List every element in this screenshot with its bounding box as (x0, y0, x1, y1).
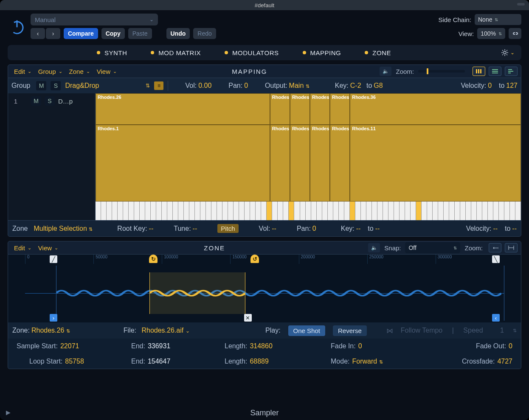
zone[interactable]: Rhodes.30 (290, 93, 310, 125)
reverse-button[interactable]: Reverse (333, 325, 367, 336)
sample-start-handle[interactable]: › (50, 314, 57, 322)
undo-button[interactable]: Undo (166, 28, 190, 39)
zoom-fit-icon[interactable] (505, 243, 518, 252)
speaker-button[interactable]: 🔈 (368, 243, 380, 252)
fade-out-handle[interactable]: ╲ (492, 255, 500, 263)
piano-keyboard[interactable] (96, 202, 521, 220)
paste-button[interactable]: Paste (128, 28, 152, 39)
speaker-button[interactable]: 🔈 (380, 67, 391, 76)
group-row[interactable]: 1 M S D…p (8, 95, 95, 107)
sort-view-icon[interactable] (505, 67, 518, 76)
view-label: View: (459, 30, 474, 37)
edit-menu[interactable]: Edit⌄ (11, 68, 34, 75)
group-vol[interactable]: 0.00 (198, 82, 211, 90)
sample-end[interactable]: 336931 (148, 342, 170, 350)
zone[interactable]: Rhodes.1 (96, 125, 270, 202)
nav-mapping[interactable]: MAPPING (297, 49, 347, 56)
zoom-label: Zoom: (393, 68, 416, 75)
power-button[interactable] (8, 16, 26, 37)
zone[interactable]: Rhodes.5 (290, 125, 310, 202)
group-name[interactable]: Drag&Drop (65, 82, 99, 90)
fade-in-handle[interactable]: ╱ (50, 255, 57, 263)
snap-select[interactable]: Off⇅ (405, 242, 460, 253)
mute-button[interactable]: M (31, 96, 41, 106)
zone-name[interactable]: Rhodes.26 ⇅ (31, 327, 70, 334)
nav-mod-matrix[interactable]: MOD MATRIX (145, 49, 207, 56)
sample-length[interactable]: 314860 (250, 342, 272, 350)
oneshot-button[interactable]: One Shot (288, 325, 325, 336)
fade-in[interactable]: 0 (358, 342, 362, 350)
vel-high[interactable]: 127 (506, 82, 518, 90)
vel-low[interactable]: 0 (488, 82, 492, 90)
zone[interactable]: Rhodes.32 (310, 93, 330, 125)
zoom-slider[interactable] (418, 70, 465, 73)
mapping-header: Edit⌄ Group⌄ Zone⌄ View⌄ MAPPING 🔈 Zoom: (8, 64, 521, 78)
settings-menu[interactable]: ⌄ (501, 49, 518, 56)
nav-zone[interactable]: ZONE (359, 49, 397, 56)
sample-end-handle[interactable]: ‹ (492, 314, 500, 322)
waveform-editor[interactable]: 050000100000150000200000250000300000 ╱ ╲… (8, 255, 521, 322)
loop-end-handle[interactable]: ↺ (250, 255, 259, 263)
sample-start[interactable]: 22071 (60, 342, 79, 350)
zone[interactable]: Rhodes.11 (350, 125, 521, 202)
svg-rect-13 (480, 69, 481, 73)
svg-rect-12 (478, 69, 479, 73)
loop-start-value[interactable]: 85758 (65, 358, 84, 365)
link-icon[interactable] (509, 28, 521, 39)
group-output[interactable]: Main ⇅ (289, 82, 310, 90)
sidechain-select[interactable]: None⇅ (475, 14, 521, 25)
compare-button[interactable]: Compare (64, 28, 98, 39)
zone[interactable]: Rhodes.3 (270, 125, 290, 202)
zone-params-loop: Loop Start: 85758 End: 154647 Length: 68… (8, 354, 521, 369)
zone[interactable]: Rhodes.7 (310, 125, 330, 202)
key-low[interactable]: C-2 (350, 82, 361, 90)
svg-text:⟷: ⟷ (493, 245, 498, 250)
chevron-down-icon: ⌄ (510, 50, 515, 56)
loop-length[interactable]: 68889 (250, 358, 269, 365)
zone[interactable]: Rhodes.34 (330, 93, 350, 125)
crossfade-value[interactable]: 4727 (497, 358, 512, 365)
loop-mode[interactable]: Forward ⇅ (352, 358, 383, 365)
next-preset-button[interactable]: › (46, 28, 60, 39)
svg-line-10 (502, 54, 503, 55)
loop-end-value[interactable]: 154647 (148, 358, 170, 365)
group-pan[interactable]: 0 (244, 82, 248, 90)
solo-button[interactable]: S (51, 81, 61, 90)
file-name[interactable]: Rhodes.26.aif ⌄ (141, 327, 189, 334)
key-high[interactable]: G8 (374, 82, 383, 90)
disclosure-icon[interactable]: ▶ (6, 409, 11, 416)
zone[interactable]: Rhodes.9 (330, 125, 350, 202)
preset-select[interactable]: Manual ⌄ (31, 14, 158, 25)
mute-button[interactable]: M (36, 81, 46, 90)
redo-button[interactable]: Redo (193, 28, 216, 39)
updown-icon[interactable]: ⇅ (142, 83, 150, 89)
grid-view-icon[interactable] (473, 67, 485, 76)
loop-start-handle[interactable]: ↻ (149, 255, 158, 263)
dot-icon (303, 51, 306, 54)
flex-icon[interactable]: ⋈ (386, 327, 393, 335)
zone-grid[interactable]: Rhodes.26 Rhodes.28 Rhodes.30 Rhodes.32 … (96, 93, 521, 202)
copy-button[interactable]: Copy (101, 28, 125, 39)
prev-preset-button[interactable]: ‹ (31, 28, 45, 39)
view-menu[interactable]: View⌄ (94, 68, 119, 75)
crossfade-handle[interactable]: ✕ (244, 314, 252, 322)
nav-synth[interactable]: SYNTH (91, 49, 133, 56)
zone[interactable]: Rhodes.28 (270, 93, 290, 125)
zone-selection[interactable]: Multiple Selection ⇅ (34, 225, 93, 232)
view-zoom-select[interactable]: 100%⇅ (477, 28, 505, 39)
list-view-icon[interactable] (489, 67, 501, 76)
edit-menu[interactable]: Edit⌄ (11, 244, 34, 252)
title-bar: #default (0, 0, 529, 10)
zone[interactable]: Rhodes.26 (96, 93, 270, 125)
nav-modulators[interactable]: MODULATORS (219, 49, 284, 56)
zone-menu[interactable]: Zone⌄ (67, 68, 93, 75)
solo-button[interactable]: S (45, 96, 55, 106)
zone[interactable]: Rhodes.36 (350, 93, 521, 125)
svg-line-9 (506, 50, 507, 51)
zoom-horizontal-icon[interactable]: ⟷ (489, 243, 501, 252)
pitch-button[interactable]: Pitch (217, 224, 238, 233)
group-menu[interactable]: Group⌄ (36, 68, 65, 75)
view-menu[interactable]: View⌄ (36, 244, 61, 252)
fade-out[interactable]: 0 (509, 342, 512, 350)
list-icon[interactable]: ≡ (154, 81, 163, 90)
